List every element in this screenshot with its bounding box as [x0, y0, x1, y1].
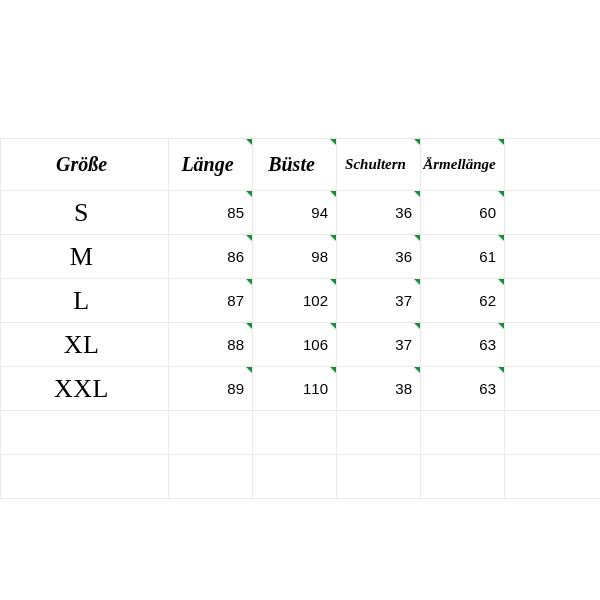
- empty-cell: [169, 455, 253, 499]
- table-row: M 86 98 36 61: [1, 235, 601, 279]
- table-row: S 85 94 36 60: [1, 191, 601, 235]
- cell-bust: 106: [253, 323, 337, 367]
- cell-length: 86: [169, 235, 253, 279]
- table-row-empty: [1, 411, 601, 455]
- empty-cell: [505, 323, 601, 367]
- col-header-length: Länge: [169, 139, 253, 191]
- size-chart-table: Größe Länge Büste Schultern Ärmellänge S…: [0, 138, 600, 499]
- cell-shoulders: 37: [337, 323, 421, 367]
- cell-sleeve: 60: [421, 191, 505, 235]
- cell-size: XXL: [1, 367, 169, 411]
- empty-cell: [1, 455, 169, 499]
- table-header-row: Größe Länge Büste Schultern Ärmellänge: [1, 139, 601, 191]
- cell-shoulders: 36: [337, 191, 421, 235]
- table-row: XXL 89 110 38 63: [1, 367, 601, 411]
- empty-cell: [253, 455, 337, 499]
- cell-shoulders: 37: [337, 279, 421, 323]
- cell-length: 85: [169, 191, 253, 235]
- table-row-empty: [1, 455, 601, 499]
- col-header-sleeve: Ärmellänge: [421, 139, 505, 191]
- empty-cell: [421, 411, 505, 455]
- cell-size: S: [1, 191, 169, 235]
- empty-cell: [505, 455, 601, 499]
- cell-sleeve: 61: [421, 235, 505, 279]
- table-row: XL 88 106 37 63: [1, 323, 601, 367]
- cell-bust: 102: [253, 279, 337, 323]
- cell-length: 89: [169, 367, 253, 411]
- cell-size: M: [1, 235, 169, 279]
- col-header-shoulders: Schultern: [337, 139, 421, 191]
- empty-cell: [337, 411, 421, 455]
- empty-cell: [337, 455, 421, 499]
- table: Größe Länge Büste Schultern Ärmellänge S…: [0, 138, 600, 499]
- cell-bust: 110: [253, 367, 337, 411]
- cell-shoulders: 38: [337, 367, 421, 411]
- cell-bust: 98: [253, 235, 337, 279]
- col-header-bust: Büste: [253, 139, 337, 191]
- empty-cell: [421, 455, 505, 499]
- cell-sleeve: 63: [421, 323, 505, 367]
- empty-cell: [505, 367, 601, 411]
- cell-length: 88: [169, 323, 253, 367]
- cell-length: 87: [169, 279, 253, 323]
- cell-size: L: [1, 279, 169, 323]
- cell-sleeve: 62: [421, 279, 505, 323]
- cell-bust: 94: [253, 191, 337, 235]
- table-row: L 87 102 37 62: [1, 279, 601, 323]
- cell-size: XL: [1, 323, 169, 367]
- empty-cell: [253, 411, 337, 455]
- empty-cell: [1, 411, 169, 455]
- empty-cell: [169, 411, 253, 455]
- empty-cell: [505, 235, 601, 279]
- empty-cell: [505, 411, 601, 455]
- cell-shoulders: 36: [337, 235, 421, 279]
- cell-sleeve: 63: [421, 367, 505, 411]
- empty-cell: [505, 191, 601, 235]
- col-header-size: Größe: [1, 139, 169, 191]
- empty-cell: [505, 279, 601, 323]
- empty-cell: [505, 139, 601, 191]
